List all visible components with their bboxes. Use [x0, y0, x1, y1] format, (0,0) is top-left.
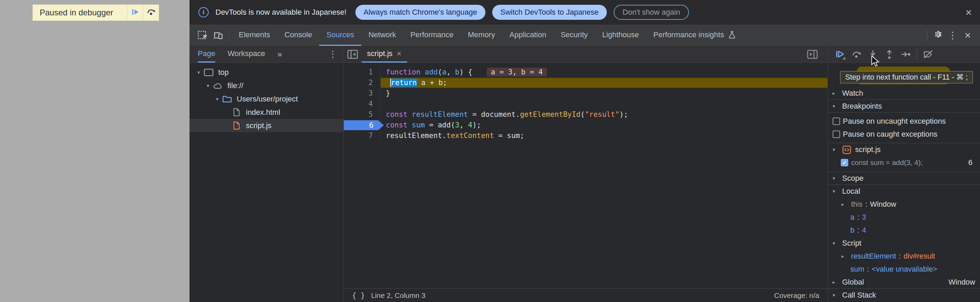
deactivate-breakpoints-button[interactable]: [921, 47, 935, 61]
cursor-position: Line 2, Column 3: [371, 291, 426, 300]
scope-group-label: Script: [842, 239, 861, 248]
tree-expand-icon[interactable]: ▾: [195, 70, 202, 76]
line-number[interactable]: 7: [344, 131, 381, 141]
tree-item-top[interactable]: ▾top: [189, 66, 344, 79]
chevron-down-icon[interactable]: ▾: [832, 103, 839, 109]
inspect-element-icon[interactable]: [194, 27, 210, 43]
tree-expand-icon[interactable]: ▾: [204, 83, 212, 89]
infobar-message: DevTools is now available in Japanese!: [215, 8, 347, 17]
code-token: ,: [460, 121, 468, 129]
tab-performance-insights[interactable]: Performance insights: [646, 25, 744, 46]
checkbox[interactable]: ✓: [841, 159, 848, 166]
line-number[interactable]: 6: [344, 120, 381, 131]
scope-group-global[interactable]: ▸GlobalWindow: [828, 276, 980, 289]
tab-close-icon[interactable]: ×: [397, 49, 402, 59]
tab-workspace[interactable]: Workspace: [228, 46, 265, 63]
device-toolbar-icon[interactable]: [210, 27, 226, 43]
tab-page[interactable]: Page: [198, 46, 215, 63]
exception-option-0[interactable]: Pause on uncaught exceptions: [828, 115, 980, 128]
chevron-down-icon[interactable]: ▾: [832, 240, 839, 246]
chevron-down-icon[interactable]: ▾: [832, 147, 839, 153]
code-token: ,: [446, 68, 455, 76]
step-button[interactable]: [899, 47, 913, 61]
editor-pane: script.js × 1function add(a, b) {a = 3, …: [344, 46, 828, 302]
switch-to-japanese-button[interactable]: Switch DevTools to Japanese: [492, 5, 607, 20]
section-call-stack[interactable]: ▾Call Stack: [828, 289, 980, 302]
pretty-print-icon[interactable]: { }: [352, 291, 365, 300]
tree-item-index-html[interactable]: index.html: [189, 106, 344, 119]
tab-label: Security: [561, 30, 588, 39]
resume-script-button[interactable]: [127, 5, 143, 21]
line-content: resultElement.textContent = sum;: [381, 131, 827, 141]
tab-elements[interactable]: Elements: [232, 25, 277, 46]
scope-variable-resultElement[interactable]: ▸resultElement: div#result: [828, 250, 980, 263]
inline-eval-widget: a = 3, b = 4: [487, 68, 547, 76]
line-number[interactable]: 4: [344, 99, 381, 109]
scope-group-local[interactable]: ▾Local: [828, 185, 980, 198]
more-tabs-icon[interactable]: »: [277, 49, 282, 59]
devtools-close-icon[interactable]: ×: [960, 29, 975, 42]
resume-button[interactable]: [833, 47, 847, 61]
chevron-down-icon[interactable]: ▾: [832, 175, 839, 182]
code-token: }: [386, 89, 390, 97]
navigator-more-icon[interactable]: ⋮: [328, 49, 344, 59]
tab-sources[interactable]: Sources: [319, 25, 361, 46]
code-token: textContent: [446, 131, 494, 140]
scope-variable-a[interactable]: a: 3: [828, 211, 980, 224]
line-content: }: [381, 88, 827, 99]
infobar-close-icon[interactable]: ×: [965, 6, 972, 19]
line-number[interactable]: 2: [344, 77, 381, 88]
tab-lighthouse[interactable]: Lighthouse: [595, 25, 646, 46]
line-number[interactable]: 3: [344, 88, 381, 99]
checkbox[interactable]: [832, 131, 840, 138]
code-token: add: [425, 68, 438, 76]
always-match-language-button[interactable]: Always match Chrome's language: [355, 5, 485, 20]
tab-console[interactable]: Console: [277, 25, 320, 46]
section-breakpoints[interactable]: ▾Breakpoints: [828, 100, 980, 113]
scope-variable-sum[interactable]: sum: <value unavailable>: [828, 263, 980, 276]
gear-icon[interactable]: [930, 29, 945, 41]
line-number[interactable]: 1: [344, 67, 381, 77]
chevron-right-icon[interactable]: ▸: [832, 90, 839, 96]
toggle-debugger-sidebar-icon[interactable]: [807, 46, 818, 63]
file-icon: [231, 108, 242, 117]
tab-security[interactable]: Security: [554, 25, 595, 46]
chevron-down-icon[interactable]: ▾: [832, 188, 839, 194]
paused-token: return: [391, 79, 417, 87]
step-out-button[interactable]: [883, 47, 896, 61]
scope-group-script[interactable]: ▾Script: [828, 237, 980, 250]
tab-performance[interactable]: Performance: [403, 25, 461, 46]
checkbox[interactable]: [832, 117, 840, 125]
step-over-button[interactable]: [850, 47, 863, 61]
tab-label: Console: [285, 30, 312, 39]
chevron-right-icon[interactable]: ▸: [842, 201, 848, 207]
breakpoint-file-group[interactable]: ▾script.js: [828, 143, 980, 156]
code-editor[interactable]: 1function add(a, b) {a = 3, b = 42 retur…: [344, 63, 827, 288]
debugger-sidebar: Step into next function call - F11 - ⌘ ;…: [828, 46, 980, 302]
tab-application[interactable]: Application: [502, 25, 554, 46]
tab-network[interactable]: Network: [361, 25, 403, 46]
exception-option-1[interactable]: Pause on caught exceptions: [828, 128, 980, 141]
section-scope[interactable]: ▾Scope: [828, 172, 980, 185]
tab-memory[interactable]: Memory: [461, 25, 502, 46]
section-watch[interactable]: ▸Watch: [828, 87, 980, 100]
more-options-icon[interactable]: ⋮: [945, 30, 960, 41]
toggle-navigator-icon[interactable]: [344, 49, 361, 59]
scope-variable-b[interactable]: b: 4: [828, 224, 980, 237]
tree-item-script-js[interactable]: script.js: [189, 119, 344, 132]
chevron-down-icon[interactable]: ▾: [832, 292, 839, 298]
dont-show-again-button[interactable]: Don't show again: [614, 5, 689, 20]
tree-item-users-user-project[interactable]: ▾Users/user/project: [189, 92, 344, 106]
chevron-right-icon[interactable]: ▸: [832, 279, 839, 285]
step-over-banner-button[interactable]: [143, 5, 159, 21]
tree-expand-icon[interactable]: ▾: [213, 96, 221, 102]
breakpoint-item[interactable]: ✓const sum = add(3, 4);6: [828, 156, 980, 169]
source-tab-scriptjs[interactable]: script.js ×: [361, 46, 407, 63]
tree-item-file-[interactable]: ▾file://: [189, 79, 344, 92]
variable-name: b: [850, 226, 854, 235]
main-tabs: ElementsConsoleSourcesNetworkPerformance…: [232, 25, 744, 46]
chevron-right-icon[interactable]: ▸: [842, 253, 848, 259]
scope-variable-this[interactable]: ▸this: Window: [828, 198, 980, 211]
line-number[interactable]: 5: [344, 109, 381, 120]
editor-tabbar: script.js ×: [344, 46, 827, 63]
